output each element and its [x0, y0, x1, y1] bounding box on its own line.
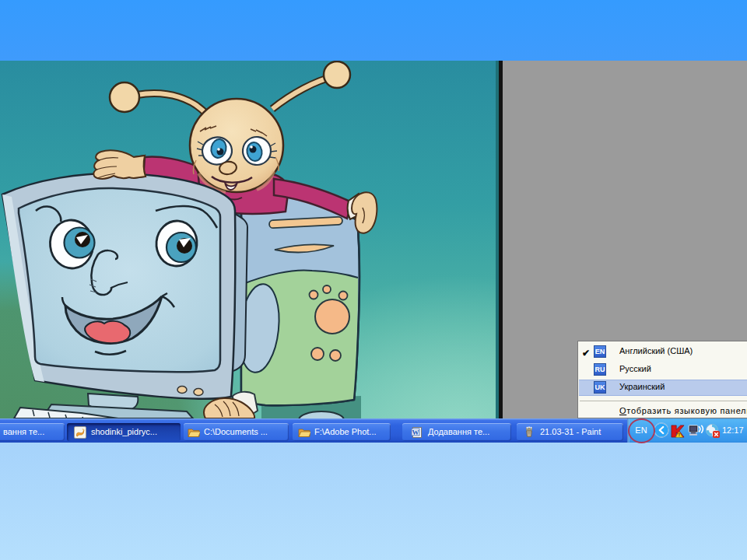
svg-text:!: ! [679, 432, 680, 437]
svg-text:W: W [412, 429, 419, 436]
